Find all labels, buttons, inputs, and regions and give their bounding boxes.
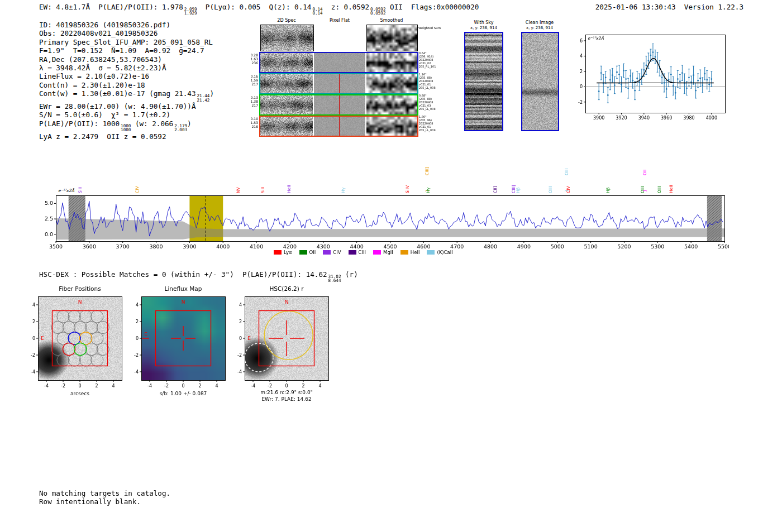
weighted-sum-label-line: Weighted Sum <box>418 26 442 30</box>
cutout-pixelflat-fiber <box>314 74 365 93</box>
dynamic-layer: Weighted Sum0.281.632360.64"(236, 914)20… <box>0 0 782 532</box>
weighted-sum-label: Weighted Sum <box>418 26 442 30</box>
fiber-weight-labels-line: 217 <box>244 103 258 107</box>
cutout-pixelflat-fiber <box>314 53 365 72</box>
fiber-weight-labels-line: 217 <box>244 82 258 86</box>
cutout-2dspec-fiber <box>260 117 313 136</box>
fiber-weight-labels: 0.161.59217 <box>244 74 258 86</box>
fiber-info-labels: 0.64"(236, 914)20220408v021_02205_RL_101 <box>419 51 445 68</box>
cutout-pixelflat-fiber <box>314 95 365 114</box>
cutout-2dspec-fiber <box>260 74 313 93</box>
cutout-2dspec-fiber <box>260 95 313 114</box>
cutout-fiber-row <box>259 116 418 137</box>
fiber-info-labels: 0.88"(235, 88)20220408v021_03205_LL_008 <box>419 94 445 111</box>
cutout-smoothed-fiber <box>366 95 417 114</box>
fiber-weight-labels-line: 0.13 <box>244 95 258 99</box>
fiber-info-labels-line: 205_RL_101 <box>419 65 445 68</box>
fiber-weight-labels: 0.131.38217 <box>244 95 258 107</box>
fiber-info-labels-line: 205_LL_008 <box>419 107 445 111</box>
fiber-info-labels-line: 205_LL_008 <box>419 86 445 89</box>
cutout-smoothed-fiber <box>366 117 417 136</box>
fiber-weight-labels: 0.281.63236 <box>244 53 258 65</box>
cutout-2dspec-weighted <box>260 25 314 51</box>
cutout-pixelflat-fiber <box>314 117 365 136</box>
cutout-fiber-row <box>259 52 418 73</box>
fiber-info-labels-line: 205_LL_009 <box>419 128 445 132</box>
cutout-smoothed-fiber <box>366 74 417 93</box>
fiber-weight-labels-line: 1.38 <box>244 99 258 103</box>
fiber-info-labels: 1.80"(235, 96)20220408v021_01205_LL_009 <box>419 115 445 132</box>
fiber-weight-labels-line: 1.53 <box>244 121 258 124</box>
cutout-fiber-row <box>259 73 418 94</box>
fiber-weight-labels: 0.101.53216 <box>244 117 258 128</box>
fiber-weight-labels-line: 1.63 <box>244 57 258 61</box>
fiber-weight-labels-line: 236 <box>244 61 258 65</box>
fiber-weight-labels-line: 0.28 <box>244 53 258 57</box>
fiber-weight-labels-line: 0.16 <box>244 74 258 78</box>
fiber-weight-labels-line: 0.10 <box>244 117 258 121</box>
fiber-weight-labels-line: 1.59 <box>244 78 258 82</box>
fiber-info-labels: 1.16"(235, 88)20220408v021_01205_LL_008 <box>419 73 445 89</box>
cutout-2dspec-fiber <box>260 53 313 72</box>
cutout-fiber-row <box>259 94 418 116</box>
elixer-report-page: EW: 4.8±1.7Å P(LAE)/P(OII): 1.9782.0591.… <box>0 0 782 532</box>
fiber-weight-labels-line: 216 <box>244 124 258 128</box>
cutout-smoothed-fiber <box>366 53 417 72</box>
cutout-smoothed-weighted <box>366 25 418 51</box>
